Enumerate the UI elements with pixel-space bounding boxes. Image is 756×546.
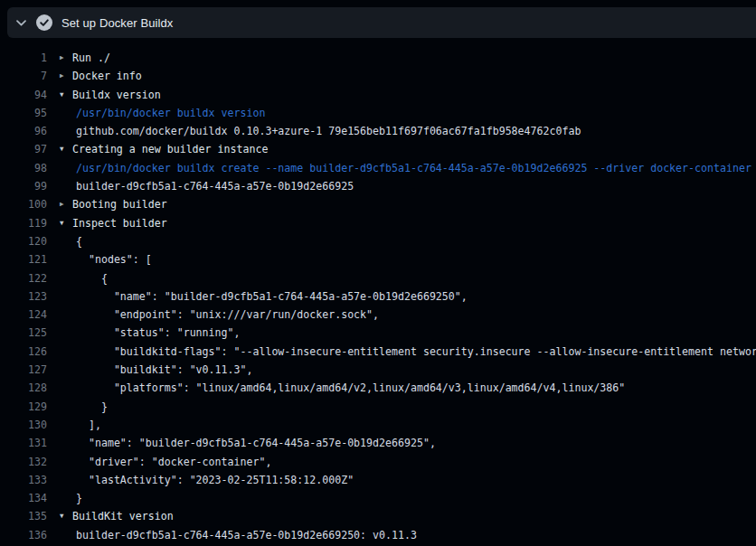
log-text: } <box>60 489 82 507</box>
log-text: ▼Buildx version <box>60 86 161 104</box>
line-number[interactable]: 96 <box>0 122 47 140</box>
log-line: 134} <box>0 489 756 507</box>
log-line: 136builder-d9cfb5a1-c764-445a-a57e-0b19d… <box>0 526 756 544</box>
log-line: 125 "status": "running", <box>0 324 756 342</box>
line-number[interactable]: 94 <box>0 86 47 104</box>
log-text: ▼BuildKit version <box>60 507 174 525</box>
log-line: 122 { <box>0 269 756 287</box>
line-number[interactable]: 129 <box>0 398 47 416</box>
log-line: 120{ <box>0 232 756 250</box>
triangle-right-icon[interactable]: ▶ <box>60 195 72 213</box>
log-line: 132 "driver": "docker-container", <box>0 453 756 471</box>
log-group-row[interactable]: 135▼BuildKit version <box>0 507 756 525</box>
log-text: /usr/bin/docker buildx version <box>60 104 265 122</box>
log-line: 128 "platforms": "linux/amd64,linux/amd6… <box>0 379 756 397</box>
line-number[interactable]: 127 <box>0 361 47 379</box>
log-text: ▼Creating a new builder instance <box>60 140 268 158</box>
log-text: ▶Docker info <box>60 67 142 85</box>
log-line: 127 "buildkit": "v0.11.3", <box>0 361 756 379</box>
log-text: "driver": "docker-container", <box>60 453 271 471</box>
line-number[interactable]: 122 <box>0 269 47 287</box>
triangle-down-icon[interactable]: ▼ <box>60 86 72 104</box>
log-line: 131 "name": "builder-d9cfb5a1-c764-445a-… <box>0 434 756 452</box>
line-number[interactable]: 119 <box>0 214 47 232</box>
line-number[interactable]: 95 <box>0 104 47 122</box>
log-text: /usr/bin/docker buildx create --name bui… <box>60 159 751 177</box>
line-number[interactable]: 131 <box>0 434 47 452</box>
log-text: github.com/docker/buildx 0.10.3+azure-1 … <box>60 122 581 140</box>
log-group-row[interactable]: 100▶Booting builder <box>0 195 756 213</box>
line-number[interactable]: 125 <box>0 324 47 342</box>
group-title[interactable]: Booting builder <box>72 195 167 213</box>
log-line: 133 "lastActivity": "2023-02-25T11:58:12… <box>0 471 756 489</box>
log-line: 99builder-d9cfb5a1-c764-445a-a57e-0b19d2… <box>0 177 756 195</box>
log-text: "endpoint": "unix:///var/run/docker.sock… <box>60 306 379 324</box>
log-line: 123 "name": "builder-d9cfb5a1-c764-445a-… <box>0 287 756 306</box>
log-group-row[interactable]: 1▶Run ./ <box>0 49 756 67</box>
line-number[interactable]: 134 <box>0 489 47 507</box>
log-line: 95/usr/bin/docker buildx version <box>0 104 756 122</box>
line-number[interactable]: 97 <box>0 140 47 158</box>
triangle-down-icon[interactable]: ▼ <box>60 214 72 232</box>
check-circle-icon <box>36 14 52 31</box>
triangle-down-icon[interactable]: ▼ <box>60 140 72 158</box>
line-number[interactable]: 133 <box>0 471 47 489</box>
line-number[interactable]: 100 <box>0 195 47 213</box>
log-text: "name": "builder-d9cfb5a1-c764-445a-a57e… <box>60 434 436 452</box>
triangle-right-icon[interactable]: ▶ <box>60 49 72 67</box>
log-text: "nodes": [ <box>60 250 152 268</box>
log-text: ], <box>60 416 101 434</box>
log-text: "platforms": "linux/amd64,linux/amd64/v2… <box>60 379 625 397</box>
line-number[interactable]: 128 <box>0 379 47 397</box>
line-number[interactable]: 99 <box>0 177 47 195</box>
log-line: 98/usr/bin/docker buildx create --name b… <box>0 159 756 177</box>
line-number[interactable]: 124 <box>0 306 47 324</box>
log-group-row[interactable]: 7▶Docker info <box>0 67 756 85</box>
step-title: Set up Docker Buildx <box>61 16 173 30</box>
group-title[interactable]: Run ./ <box>72 49 110 67</box>
step-header[interactable]: Set up Docker Buildx <box>7 7 756 38</box>
line-number[interactable]: 135 <box>0 507 47 525</box>
line-number[interactable]: 132 <box>0 453 47 471</box>
log-text: ▶Run ./ <box>60 49 110 67</box>
log-text: "buildkit": "v0.11.3", <box>60 361 252 379</box>
log-line: 96github.com/docker/buildx 0.10.3+azure-… <box>0 122 756 140</box>
group-title[interactable]: Docker info <box>72 67 142 85</box>
log-text: { <box>60 269 108 287</box>
log-line: 129 } <box>0 398 756 416</box>
triangle-down-icon[interactable]: ▼ <box>60 507 72 525</box>
log-text: builder-d9cfb5a1-c764-445a-a57e-0b19d2e6… <box>60 526 417 544</box>
group-title[interactable]: Inspect builder <box>72 214 167 232</box>
line-number[interactable]: 126 <box>0 343 47 361</box>
log-group-row[interactable]: 119▼Inspect builder <box>0 214 756 232</box>
line-number[interactable]: 136 <box>0 526 47 544</box>
log-text: "name": "builder-d9cfb5a1-c764-445a-a57e… <box>60 287 468 306</box>
line-number[interactable]: 121 <box>0 250 47 268</box>
group-title[interactable]: Buildx version <box>72 86 161 104</box>
log-lines: 1▶Run ./7▶Docker info94▼Buildx version95… <box>0 49 756 544</box>
triangle-right-icon[interactable]: ▶ <box>60 67 72 85</box>
group-title[interactable]: Creating a new builder instance <box>72 140 268 158</box>
log-text: "status": "running", <box>60 324 240 342</box>
log-line: 121 "nodes": [ <box>0 250 756 268</box>
log-text: "lastActivity": "2023-02-25T11:58:12.000… <box>60 471 354 489</box>
log-text: } <box>60 398 108 416</box>
log-text: "buildkitd-flags": "--allow-insecure-ent… <box>60 343 756 361</box>
log-text: ▼Inspect builder <box>60 214 167 232</box>
log-line: 130 ], <box>0 416 756 434</box>
line-number[interactable]: 1 <box>0 49 47 67</box>
line-number[interactable]: 120 <box>0 232 47 250</box>
log-group-row[interactable]: 94▼Buildx version <box>0 86 756 104</box>
log-text: builder-d9cfb5a1-c764-445a-a57e-0b19d2e6… <box>60 177 354 195</box>
log-line: 124 "endpoint": "unix:///var/run/docker.… <box>0 306 756 324</box>
log-line: 126 "buildkitd-flags": "--allow-insecure… <box>0 343 756 361</box>
chevron-down-icon[interactable] <box>15 17 27 29</box>
line-number[interactable]: 130 <box>0 416 47 434</box>
log-text: { <box>60 232 82 250</box>
log-group-row[interactable]: 97▼Creating a new builder instance <box>0 140 756 158</box>
line-number[interactable]: 123 <box>0 287 47 306</box>
log-text: ▶Booting builder <box>60 195 167 213</box>
line-number[interactable]: 7 <box>0 67 47 85</box>
group-title[interactable]: BuildKit version <box>72 507 174 525</box>
line-number[interactable]: 98 <box>0 159 47 177</box>
